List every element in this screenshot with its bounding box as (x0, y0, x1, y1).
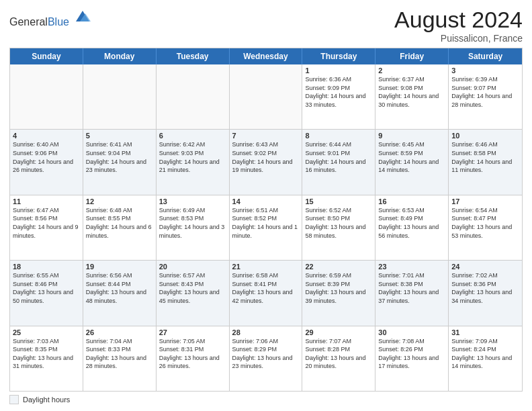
cal-row-1: 4Sunrise: 6:40 AM Sunset: 9:06 PM Daylig… (10, 130, 522, 195)
cal-cell-day-18: 18Sunrise: 6:55 AM Sunset: 8:46 PM Dayli… (10, 261, 83, 325)
cal-cell-day-21: 21Sunrise: 6:58 AM Sunset: 8:41 PM Dayli… (230, 261, 303, 325)
cell-info: Sunrise: 7:05 AM Sunset: 8:31 PM Dayligh… (159, 337, 226, 371)
cell-info: Sunrise: 6:46 AM Sunset: 8:58 PM Dayligh… (451, 140, 519, 174)
cell-info: Sunrise: 7:02 AM Sunset: 8:36 PM Dayligh… (451, 271, 519, 305)
logo-blue-text: Blue (48, 16, 69, 28)
cal-cell-day-13: 13Sunrise: 6:49 AM Sunset: 8:53 PM Dayli… (157, 195, 230, 260)
day-number: 13 (159, 197, 226, 205)
day-number: 6 (159, 132, 226, 140)
cal-cell-day-8: 8Sunrise: 6:44 AM Sunset: 9:01 PM Daylig… (302, 130, 375, 194)
cal-cell-day-20: 20Sunrise: 6:57 AM Sunset: 8:43 PM Dayli… (157, 261, 230, 325)
cal-row-4: 25Sunrise: 7:03 AM Sunset: 8:35 PM Dayli… (10, 326, 522, 391)
cell-info: Sunrise: 6:55 AM Sunset: 8:46 PM Dayligh… (13, 271, 80, 305)
cell-info: Sunrise: 6:56 AM Sunset: 8:44 PM Dayligh… (86, 271, 153, 305)
cal-header-cell-monday: Monday (83, 48, 157, 64)
header: GeneralBlue August 2024 Puissalicon, Fra… (9, 7, 523, 44)
cal-cell-day-16: 16Sunrise: 6:53 AM Sunset: 8:49 PM Dayli… (375, 195, 449, 260)
page: GeneralBlue August 2024 Puissalicon, Fra… (0, 0, 532, 411)
day-number: 29 (305, 328, 372, 336)
title-area: August 2024 Puissalicon, France (394, 7, 523, 44)
day-number: 4 (13, 132, 80, 140)
day-number: 22 (305, 263, 372, 271)
day-number: 14 (232, 197, 300, 205)
cell-info: Sunrise: 7:01 AM Sunset: 8:38 PM Dayligh… (378, 271, 445, 305)
cal-header-cell-tuesday: Tuesday (157, 48, 230, 64)
cal-cell-empty (230, 64, 303, 129)
cal-row-0: 1Sunrise: 6:36 AM Sunset: 9:09 PM Daylig… (10, 64, 522, 130)
day-number: 16 (378, 197, 445, 205)
cell-info: Sunrise: 6:59 AM Sunset: 8:39 PM Dayligh… (305, 271, 372, 305)
cal-header-cell-sunday: Sunday (10, 48, 83, 64)
cal-header-cell-friday: Friday (375, 48, 449, 64)
calendar-header: SundayMondayTuesdayWednesdayThursdayFrid… (10, 48, 522, 64)
day-number: 9 (378, 132, 445, 140)
cal-cell-day-25: 25Sunrise: 7:03 AM Sunset: 8:35 PM Dayli… (10, 326, 83, 391)
day-number: 17 (451, 197, 519, 205)
cal-cell-day-23: 23Sunrise: 7:01 AM Sunset: 8:38 PM Dayli… (375, 261, 449, 325)
cal-cell-day-17: 17Sunrise: 6:54 AM Sunset: 8:47 PM Dayli… (449, 195, 522, 260)
cell-info: Sunrise: 6:39 AM Sunset: 9:07 PM Dayligh… (451, 75, 519, 109)
cal-cell-day-14: 14Sunrise: 6:51 AM Sunset: 8:52 PM Dayli… (230, 195, 303, 260)
cal-cell-day-29: 29Sunrise: 7:07 AM Sunset: 8:28 PM Dayli… (302, 326, 375, 391)
day-number: 18 (13, 263, 80, 271)
day-number: 5 (86, 132, 153, 140)
day-number: 27 (159, 328, 226, 336)
cell-info: Sunrise: 6:57 AM Sunset: 8:43 PM Dayligh… (159, 271, 226, 305)
day-number: 3 (451, 66, 519, 75)
day-number: 24 (451, 263, 519, 271)
cell-info: Sunrise: 6:45 AM Sunset: 8:59 PM Dayligh… (378, 140, 445, 174)
cell-info: Sunrise: 6:58 AM Sunset: 8:41 PM Dayligh… (232, 271, 300, 305)
day-number: 26 (86, 328, 153, 336)
cal-cell-day-6: 6Sunrise: 6:42 AM Sunset: 9:03 PM Daylig… (157, 130, 230, 194)
logo: GeneralBlue (9, 7, 92, 28)
calendar: SundayMondayTuesdayWednesdayThursdayFrid… (9, 48, 523, 392)
day-number: 28 (232, 328, 300, 336)
cell-info: Sunrise: 7:04 AM Sunset: 8:33 PM Dayligh… (86, 337, 153, 371)
cell-info: Sunrise: 6:51 AM Sunset: 8:52 PM Dayligh… (232, 206, 300, 240)
legend: Daylight hours (9, 395, 523, 404)
cal-cell-day-27: 27Sunrise: 7:05 AM Sunset: 8:31 PM Dayli… (157, 326, 230, 391)
cal-cell-day-30: 30Sunrise: 7:08 AM Sunset: 8:26 PM Dayli… (375, 326, 449, 391)
month-year: August 2024 (394, 7, 523, 33)
day-number: 25 (13, 328, 80, 336)
cell-info: Sunrise: 7:03 AM Sunset: 8:35 PM Dayligh… (13, 337, 80, 371)
cal-cell-empty (10, 64, 83, 129)
day-number: 11 (13, 197, 80, 205)
cal-cell-day-4: 4Sunrise: 6:40 AM Sunset: 9:06 PM Daylig… (10, 130, 83, 194)
day-number: 30 (378, 328, 445, 336)
day-number: 19 (86, 263, 153, 271)
cal-cell-day-5: 5Sunrise: 6:41 AM Sunset: 9:04 PM Daylig… (83, 130, 157, 194)
cal-cell-day-10: 10Sunrise: 6:46 AM Sunset: 8:58 PM Dayli… (449, 130, 522, 194)
cell-info: Sunrise: 6:43 AM Sunset: 9:02 PM Dayligh… (232, 140, 300, 174)
cal-cell-day-26: 26Sunrise: 7:04 AM Sunset: 8:33 PM Dayli… (83, 326, 157, 391)
day-number: 12 (86, 197, 153, 205)
cell-info: Sunrise: 7:07 AM Sunset: 8:28 PM Dayligh… (305, 337, 372, 371)
day-number: 1 (305, 66, 372, 75)
calendar-body: 1Sunrise: 6:36 AM Sunset: 9:09 PM Daylig… (10, 64, 522, 391)
cal-cell-day-9: 9Sunrise: 6:45 AM Sunset: 8:59 PM Daylig… (375, 130, 449, 194)
cell-info: Sunrise: 6:42 AM Sunset: 9:03 PM Dayligh… (159, 140, 226, 174)
cal-cell-day-1: 1Sunrise: 6:36 AM Sunset: 9:09 PM Daylig… (302, 64, 375, 129)
cal-cell-day-28: 28Sunrise: 7:06 AM Sunset: 8:29 PM Dayli… (230, 326, 303, 391)
cell-info: Sunrise: 6:52 AM Sunset: 8:50 PM Dayligh… (305, 206, 372, 240)
location: Puissalicon, France (394, 33, 523, 44)
cell-info: Sunrise: 6:37 AM Sunset: 9:08 PM Dayligh… (378, 75, 445, 109)
day-number: 31 (451, 328, 519, 336)
cell-info: Sunrise: 6:40 AM Sunset: 9:06 PM Dayligh… (13, 140, 80, 174)
cal-cell-day-12: 12Sunrise: 6:48 AM Sunset: 8:55 PM Dayli… (83, 195, 157, 260)
day-number: 23 (378, 263, 445, 271)
cell-info: Sunrise: 6:54 AM Sunset: 8:47 PM Dayligh… (451, 206, 519, 240)
day-number: 2 (378, 66, 445, 75)
cal-cell-day-11: 11Sunrise: 6:47 AM Sunset: 8:56 PM Dayli… (10, 195, 83, 260)
day-number: 20 (159, 263, 226, 271)
cell-info: Sunrise: 6:49 AM Sunset: 8:53 PM Dayligh… (159, 206, 226, 240)
legend-box (9, 395, 19, 404)
cell-info: Sunrise: 6:36 AM Sunset: 9:09 PM Dayligh… (305, 75, 372, 109)
cal-header-cell-saturday: Saturday (449, 48, 522, 64)
cell-info: Sunrise: 7:09 AM Sunset: 8:24 PM Dayligh… (451, 337, 519, 371)
cal-row-3: 18Sunrise: 6:55 AM Sunset: 8:46 PM Dayli… (10, 261, 522, 326)
cell-info: Sunrise: 6:53 AM Sunset: 8:49 PM Dayligh… (378, 206, 445, 240)
cell-info: Sunrise: 6:48 AM Sunset: 8:55 PM Dayligh… (86, 206, 153, 240)
day-number: 21 (232, 263, 300, 271)
cal-header-cell-wednesday: Wednesday (230, 48, 303, 64)
